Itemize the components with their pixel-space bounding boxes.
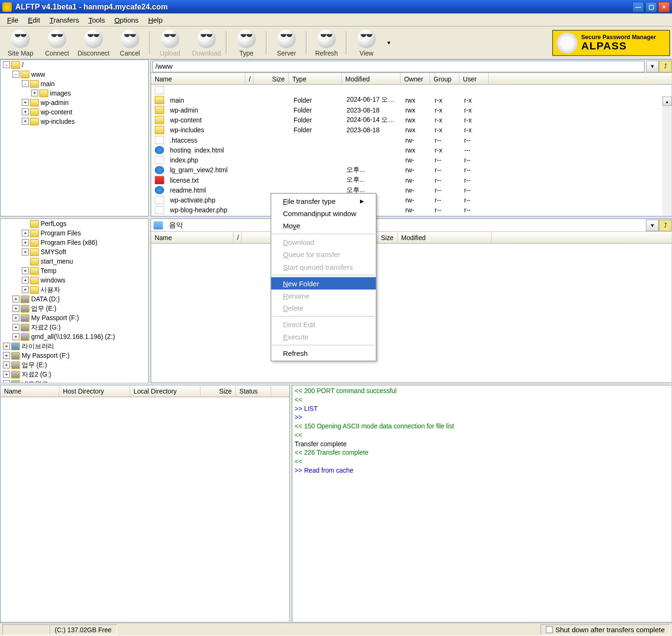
remote-tree-item[interactable]: -www xyxy=(0,70,148,79)
local-tree-item[interactable]: +자료2 (G:) xyxy=(0,370,148,379)
toolbar-server[interactable]: Server xyxy=(270,27,304,58)
col-hostdirectory[interactable]: Host Directory xyxy=(59,386,130,397)
menu-file[interactable]: File xyxy=(2,15,23,25)
local-tree-item[interactable]: +My Passport (F:) xyxy=(0,351,148,360)
menu-options[interactable]: Options xyxy=(110,15,144,25)
expand-icon[interactable]: + xyxy=(22,239,29,246)
local-tree-item[interactable]: +DATA (D:) xyxy=(0,294,148,304)
local-tree-item[interactable]: +사용자 xyxy=(0,285,148,294)
toolbar-type[interactable]: Type xyxy=(230,27,264,58)
expand-icon[interactable]: + xyxy=(22,118,29,125)
remote-tree-item[interactable]: +wp-content xyxy=(0,107,148,117)
local-list-body[interactable] xyxy=(151,244,672,383)
expand-icon[interactable]: + xyxy=(12,333,19,340)
col-type[interactable]: Type xyxy=(289,73,342,84)
remote-row[interactable]: license.txt오후...rw-r--r-- xyxy=(151,175,672,185)
toolbar-download[interactable]: Download xyxy=(190,27,224,58)
remote-path-input[interactable] xyxy=(152,60,645,72)
expand-icon[interactable]: + xyxy=(12,305,19,312)
col-name[interactable]: Name xyxy=(151,232,233,243)
local-tree-item[interactable]: +자료2 (G:) xyxy=(0,322,148,332)
col-size[interactable]: Size xyxy=(200,386,236,397)
toolbar-upload[interactable]: Upload xyxy=(153,27,187,58)
col-modified[interactable]: Modified xyxy=(342,73,400,84)
local-path-input[interactable] xyxy=(167,219,645,231)
menu-edit[interactable]: Edit xyxy=(23,15,45,25)
expand-icon[interactable]: + xyxy=(12,314,19,322)
expand-icon[interactable]: + xyxy=(22,99,29,106)
menu-transfers[interactable]: Transfers xyxy=(45,15,84,25)
remote-row[interactable]: index.phprw-r--r-- xyxy=(151,155,672,165)
col-status[interactable]: Status xyxy=(236,386,271,397)
remote-row[interactable]: wp-adminFolder2023-08-18rwxr-xr-x xyxy=(151,105,672,115)
remote-row[interactable]: readme.html오후...rw-r--r-- xyxy=(151,185,672,195)
maximize-button[interactable]: ▢ xyxy=(645,1,657,12)
local-tree-item[interactable]: +업무 (E:) xyxy=(0,304,148,313)
expand-icon[interactable]: + xyxy=(22,286,29,293)
col-user[interactable]: User xyxy=(459,73,489,84)
col-size[interactable]: Size xyxy=(254,73,289,84)
remote-tree-item[interactable]: +wp-admin xyxy=(0,98,148,107)
col-name[interactable]: Name xyxy=(0,386,59,397)
col-[interactable]: / xyxy=(245,73,254,84)
remote-tree-item[interactable]: -/ xyxy=(0,60,148,70)
log-panel[interactable]: << 200 PORT command successful<<>> LIST>… xyxy=(292,385,672,623)
local-tree-item[interactable]: +Temp xyxy=(0,266,148,275)
remote-tree-item[interactable]: +images xyxy=(0,89,148,98)
remote-row[interactable]: wp-blog-header.phprw-r--r-- xyxy=(151,205,672,215)
toolbar-more-button[interactable] xyxy=(385,31,393,55)
remote-up-button[interactable]: ⤴ xyxy=(659,60,672,72)
expand-icon[interactable]: + xyxy=(3,352,10,359)
menu-tools[interactable]: Tools xyxy=(84,15,110,25)
toolbar-cancel[interactable]: Cancel xyxy=(113,27,147,58)
remote-list-body[interactable]: ▴ mainFolder2024-06-17 오후...rwxr-xr-xwp-… xyxy=(151,85,672,216)
local-tree-item[interactable]: +Program Files (x86) xyxy=(0,238,148,247)
col-modified[interactable]: Modified xyxy=(398,232,492,243)
close-button[interactable]: × xyxy=(658,1,670,12)
expand-icon[interactable]: + xyxy=(12,296,19,303)
local-tree-item[interactable]: +Program Files xyxy=(0,228,148,238)
col-name[interactable]: Name xyxy=(151,73,245,84)
expand-icon[interactable]: - xyxy=(12,71,19,78)
remote-row[interactable]: lg_gram_view2.html오후...rw-r--r-- xyxy=(151,165,672,175)
minimize-button[interactable]: — xyxy=(632,1,644,12)
ctx-move[interactable]: Move xyxy=(271,219,376,232)
remote-scrollbar[interactable]: ▴ xyxy=(663,97,672,216)
expand-icon[interactable]: + xyxy=(22,277,29,284)
remote-history-button[interactable]: ▾ xyxy=(646,60,659,72)
expand-icon[interactable]: + xyxy=(22,108,29,115)
ctx-refresh[interactable]: Refresh xyxy=(271,347,376,360)
expand-icon[interactable]: + xyxy=(22,249,29,256)
toolbar-site-map[interactable]: Site Map xyxy=(4,27,38,58)
expand-icon[interactable]: - xyxy=(22,80,29,87)
menu-help[interactable]: Help xyxy=(144,15,168,25)
toolbar-refresh[interactable]: Refresh xyxy=(310,27,344,58)
col-owner[interactable]: Owner xyxy=(400,73,430,84)
remote-tree-item[interactable]: +wp-includes xyxy=(0,117,148,126)
remote-row[interactable]: hosting_index.htmlrwxr-x--- xyxy=(151,145,672,155)
local-tree-item[interactable]: +PerfLogs xyxy=(0,219,148,228)
ctx-command-input-window[interactable]: Command input window xyxy=(271,207,376,219)
local-tree-item[interactable]: +gmd_all(\\192.168.1.196) (Z:) xyxy=(0,332,148,341)
local-history-button[interactable]: ▾ xyxy=(646,219,659,231)
local-tree-item[interactable]: +SMYSoft xyxy=(0,247,148,257)
expand-icon[interactable]: - xyxy=(3,61,10,68)
expand-icon[interactable]: + xyxy=(3,371,10,378)
toolbar-disconnect[interactable]: Disconnect xyxy=(77,27,111,58)
expand-icon[interactable]: + xyxy=(12,324,19,331)
alpass-banner[interactable]: Secure Password Manager ALPASS xyxy=(552,30,670,56)
local-tree-item[interactable]: +라이브러리 xyxy=(0,341,148,351)
remote-row[interactable]: wp-activate.phprw-r--r-- xyxy=(151,195,672,205)
remote-row[interactable]: .htaccessrw-r--r-- xyxy=(151,135,672,145)
expand-icon[interactable]: + xyxy=(3,343,10,350)
expand-icon[interactable]: + xyxy=(31,89,38,97)
remote-row[interactable]: mainFolder2024-06-17 오후...rwxr-xr-x xyxy=(151,95,672,105)
expand-icon[interactable]: + xyxy=(3,362,10,369)
local-tree-item[interactable]: +start_menu xyxy=(0,257,148,266)
col-localdirectory[interactable]: Local Directory xyxy=(130,386,200,397)
remote-row[interactable]: wp-contentFolder2024-06-14 오후...rwxr-xr-… xyxy=(151,115,672,125)
col-[interactable]: / xyxy=(233,232,242,243)
local-tree-item[interactable]: +업무 (E:) xyxy=(0,360,148,370)
local-tree-item[interactable]: +네트워크 xyxy=(0,379,148,383)
expand-icon[interactable]: + xyxy=(22,230,29,237)
